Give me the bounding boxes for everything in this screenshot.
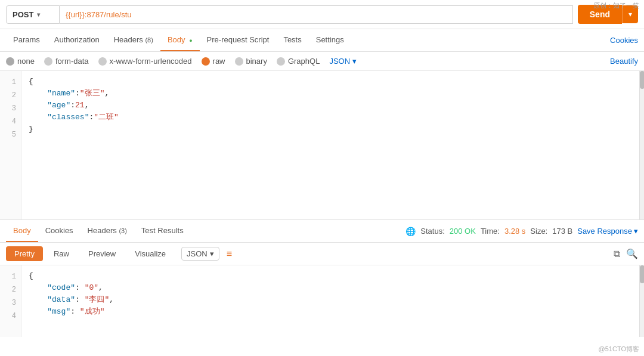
body-type-row: none form-data x-www-form-urlencoded raw…	[0, 52, 644, 71]
resp-line-num-2: 2	[0, 283, 21, 296]
code-line-1: {	[29, 76, 632, 88]
line-num-1: 1	[0, 76, 21, 89]
url-bar: POST ▾ Send ▾	[0, 0, 644, 29]
radio-graphql[interactable]: GraphQL	[277, 57, 320, 66]
request-tabs: Params Authorization Headers (8) Body ● …	[0, 29, 644, 52]
radio-form-data-dot	[44, 57, 52, 66]
response-json-dropdown[interactable]: JSON ▾	[181, 247, 219, 261]
pretty-tab-visualize[interactable]: Visualize	[126, 246, 174, 261]
beautify-button[interactable]: Beautify	[610, 57, 638, 66]
line-num-2: 2	[0, 89, 21, 102]
response-scrollbar[interactable]	[639, 265, 644, 337]
save-response-button[interactable]: Save Response ▾	[577, 227, 638, 236]
resp-code-line-3: "data": "李四",	[29, 294, 632, 306]
response-section: Body Cookies Headers (3) Test Results 🌐 …	[0, 220, 644, 337]
radio-graphql-dot	[277, 57, 285, 66]
time-value: 3.28 s	[504, 227, 525, 236]
tab-authorization[interactable]: Authorization	[47, 29, 107, 51]
radio-form-data[interactable]: form-data	[44, 57, 89, 66]
response-scroll-thumb[interactable]	[640, 265, 644, 283]
resp-tab-cookies[interactable]: Cookies	[38, 220, 80, 242]
bottom-watermark: @51CTO博客	[599, 345, 639, 354]
status-label: Status:	[420, 227, 444, 236]
radio-urlencoded[interactable]: x-www-form-urlencoded	[98, 57, 192, 66]
search-icon[interactable]: 🔍	[626, 248, 638, 259]
radio-raw-dot	[202, 57, 210, 66]
tab-pre-request[interactable]: Pre-request Script	[200, 29, 277, 51]
tab-settings[interactable]: Settings	[309, 29, 351, 51]
radio-none-dot	[6, 57, 14, 66]
resp-line-num-3: 3	[0, 296, 21, 309]
resp-headers-badge: (3)	[119, 227, 126, 234]
code-line-2: "name":"张三",	[29, 88, 632, 100]
radio-raw[interactable]: raw	[202, 57, 225, 66]
resp-line-num-1: 1	[0, 270, 21, 283]
response-json-chevron-icon: ▾	[210, 249, 214, 258]
radio-none[interactable]: none	[6, 57, 35, 66]
radio-binary-dot	[235, 57, 243, 66]
pretty-tab-preview[interactable]: Preview	[80, 246, 124, 261]
request-scroll-thumb[interactable]	[640, 71, 644, 89]
tab-body[interactable]: Body ●	[160, 29, 200, 51]
code-line-3: "age":21,	[29, 100, 632, 112]
code-line-5: }	[29, 123, 632, 135]
copy-icon[interactable]: ⧉	[614, 249, 620, 259]
resp-line-numbers: 1 2 3 4	[0, 265, 21, 337]
watermark-top: 原创：知了一笑	[593, 1, 639, 10]
pretty-tab-raw[interactable]: Raw	[45, 246, 78, 261]
headers-badge: (8)	[145, 36, 153, 44]
response-tabs: Body Cookies Headers (3) Test Results 🌐 …	[0, 220, 644, 243]
response-stats: 🌐 Status: 200 OK Time: 3.28 s Size: 173 …	[405, 227, 638, 236]
url-input[interactable]	[60, 5, 573, 24]
resp-tab-headers[interactable]: Headers (3)	[80, 220, 134, 242]
resp-code-line-1: {	[29, 270, 632, 282]
radio-urlencoded-dot	[98, 57, 107, 66]
filter-icon[interactable]: ≡	[227, 249, 232, 259]
json-chevron-icon: ▾	[352, 57, 357, 66]
tab-headers[interactable]: Headers (8)	[107, 29, 160, 51]
request-body-editor[interactable]: 1 2 3 4 5 { "name":"张三", "age":21, "clas…	[0, 71, 644, 220]
status-code: 200 OK	[450, 227, 476, 236]
pretty-tabs-row: Pretty Raw Preview Visualize JSON ▾ ≡ ⧉ …	[0, 243, 644, 265]
size-label: Size:	[530, 227, 547, 236]
globe-icon: 🌐	[405, 227, 416, 236]
method-selector[interactable]: POST ▾	[6, 5, 60, 24]
resp-code-line-2: "code": "0",	[29, 282, 632, 294]
radio-binary[interactable]: binary	[235, 57, 267, 66]
pretty-tab-pretty[interactable]: Pretty	[6, 246, 43, 261]
line-num-4: 4	[0, 115, 21, 128]
method-text: POST	[13, 10, 33, 19]
pretty-tabs-right: ⧉ 🔍	[614, 248, 638, 259]
resp-tab-body[interactable]: Body	[6, 220, 38, 242]
size-value: 173 B	[552, 227, 572, 236]
save-response-chevron-icon: ▾	[634, 227, 638, 236]
resp-line-num-4: 4	[0, 309, 21, 323]
line-numbers: 1 2 3 4 5	[0, 71, 21, 219]
response-code-area[interactable]: 1 2 3 4 { "code": "0", "data": "李四", "ms…	[0, 265, 644, 337]
cookies-link[interactable]: Cookies	[610, 30, 638, 51]
tab-tests[interactable]: Tests	[276, 29, 308, 51]
line-num-5: 5	[0, 128, 21, 141]
method-chevron-icon: ▾	[37, 11, 40, 18]
json-format-dropdown[interactable]: JSON ▾	[329, 57, 357, 66]
request-code-content[interactable]: { "name":"张三", "age":21, "classes":"二班" …	[21, 71, 639, 219]
line-num-3: 3	[0, 102, 21, 115]
code-line-4: "classes":"二班"	[29, 112, 632, 123]
time-label: Time:	[481, 227, 500, 236]
request-scrollbar[interactable]	[639, 71, 644, 219]
response-code-content[interactable]: { "code": "0", "data": "李四", "msg": "成功"	[21, 265, 639, 337]
resp-tab-test-results[interactable]: Test Results	[134, 220, 191, 242]
resp-code-line-4: "msg": "成功"	[29, 306, 632, 318]
tab-params[interactable]: Params	[6, 29, 47, 51]
